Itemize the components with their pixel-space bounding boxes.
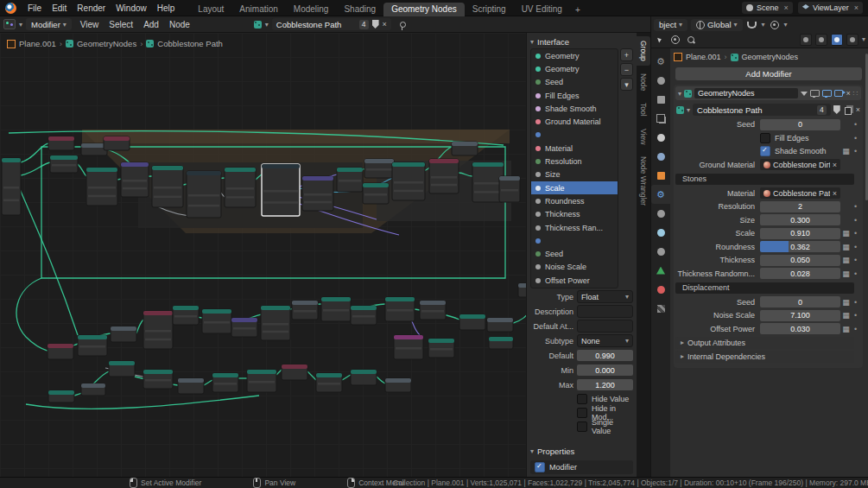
graph-node[interactable] (212, 373, 238, 392)
interface-socket-list[interactable]: GeometryGeometrySeedFill EdgesShade Smoo… (530, 48, 618, 288)
menu-window[interactable]: Window (111, 3, 152, 13)
properties-tab-tool[interactable]: ⚙ (651, 52, 670, 71)
graph-node[interactable] (48, 136, 74, 150)
collapsed-panel-output-attributes[interactable]: ▸Output Attributes (675, 337, 854, 349)
checkbox[interactable] (577, 394, 587, 404)
properties-tab-constraints[interactable] (651, 242, 670, 261)
display-editmode-icon[interactable] (810, 90, 820, 97)
subpanel-heading-displacement[interactable]: Displacement (675, 282, 854, 294)
graph-node[interactable] (337, 168, 363, 192)
value-field[interactable]: 0.910 (760, 228, 840, 239)
modifier-checkbox[interactable] (535, 462, 545, 472)
proportional-editing-icon[interactable] (769, 19, 781, 30)
checkbox-row-single-value[interactable]: Single Value (577, 421, 633, 433)
unlink-material-icon[interactable]: × (833, 161, 837, 169)
interface-socket-item-geometry[interactable]: Geometry (531, 49, 618, 62)
value-field[interactable]: 0 (760, 119, 840, 130)
properties-section-header[interactable]: ▾ Properties (530, 445, 633, 458)
graph-node[interactable] (282, 364, 307, 380)
animate-dot-icon[interactable]: • (852, 298, 859, 307)
collapsed-panel-internal-dependencies[interactable]: ▸Internal Dependencies (675, 351, 854, 363)
add-modifier-button[interactable]: Add Modifier (675, 67, 862, 80)
animate-dot-icon[interactable]: • (852, 216, 859, 225)
graph-node[interactable] (178, 378, 204, 394)
graph-node[interactable] (111, 326, 136, 342)
material-field[interactable]: Cobblestone Path...× (760, 187, 840, 199)
graph-node[interactable] (173, 306, 199, 325)
scene-selector[interactable]: Scene × (742, 2, 793, 14)
properties-tab-physics[interactable] (651, 223, 670, 242)
graph-node[interactable] (48, 390, 74, 402)
unlink-scene-button[interactable]: × (782, 3, 789, 12)
properties-tab-modifiers[interactable]: ⚙ (651, 185, 670, 204)
graph-node[interactable] (104, 136, 130, 150)
properties-tab-view-layer[interactable] (651, 109, 670, 128)
expand-caret-icon[interactable]: ▾ (678, 90, 681, 98)
attribute-toggle-icon[interactable]: ▦ (840, 256, 852, 264)
interface-socket-item-thickness-ran[interactable]: Thickness Ran... (531, 221, 618, 234)
graph-node[interactable] (364, 159, 394, 178)
menu-render[interactable]: Render (72, 3, 111, 13)
graph-node[interactable] (351, 370, 377, 385)
graph-node[interactable] (109, 361, 135, 377)
sidebar-tab-node-wrangler[interactable]: Node Wrangler (637, 152, 650, 210)
interface-socket-item-resolution[interactable]: Resolution (531, 155, 618, 168)
node-tree-mode-dropdown[interactable]: Modifier ▾ (26, 18, 72, 30)
animate-dot-icon[interactable]: • (852, 269, 859, 278)
checkbox[interactable] (760, 133, 770, 143)
sidebar-tab-view[interactable]: View (637, 124, 650, 149)
breadcrumb-item[interactable]: GeometryNodes (742, 53, 799, 61)
animate-dot-icon[interactable]: • (852, 202, 859, 211)
checkbox-row-hide-value[interactable]: Hide Value (577, 393, 633, 405)
default-attribute-field[interactable] (577, 320, 633, 333)
interface-socket-item-shade-smooth[interactable]: Shade Smooth (531, 102, 618, 115)
graph-node[interactable] (489, 337, 513, 349)
checkbox[interactable] (577, 421, 587, 432)
socket-specials-menu-button[interactable]: ▾ (620, 78, 633, 91)
material-field[interactable]: Cobblestone Dirt× (760, 159, 840, 170)
attribute-toggle-icon[interactable]: ▦ (840, 147, 852, 155)
unlink-material-icon[interactable]: × (833, 189, 837, 198)
modifier-panel-header[interactable]: ▾ GeometryNodes × ⸬ (675, 86, 861, 100)
modifier-name-field[interactable]: GeometryNodes (694, 88, 798, 98)
properties-tab-material[interactable] (651, 280, 670, 299)
value-field[interactable]: 0.300 (760, 214, 840, 225)
snap-options-caret-icon[interactable]: ▾ (762, 21, 765, 29)
animate-dot-icon[interactable]: • (852, 311, 859, 320)
interface-socket-item-offset-power[interactable]: Offset Power (531, 274, 618, 287)
type-dropdown[interactable]: Float ▾ (577, 290, 633, 303)
graph-node[interactable] (385, 378, 411, 392)
checkbox-row-hide-in-mod[interactable]: Hide in Mod... (577, 407, 633, 419)
users-count-badge[interactable]: 4 (359, 20, 369, 29)
attribute-toggle-icon[interactable]: ▦ (840, 298, 852, 307)
node-tree-selector[interactable]: Cobblestone Path 4 (693, 104, 831, 116)
workspace-tab-modeling[interactable]: Modeling (286, 3, 337, 16)
graph-node[interactable] (231, 318, 257, 337)
interface-socket-item-separator[interactable] (531, 129, 618, 142)
interface-socket-item-material[interactable]: Material (531, 142, 618, 155)
menu-add[interactable]: Add (138, 20, 164, 29)
attribute-toggle-icon[interactable]: ▦ (840, 311, 852, 320)
animate-dot-icon[interactable]: • (852, 243, 859, 251)
shading-wireframe-icon[interactable] (800, 34, 812, 46)
graph-node[interactable] (2, 158, 21, 215)
display-render-icon[interactable] (834, 90, 843, 97)
add-socket-button[interactable]: + (620, 48, 633, 61)
value-field[interactable]: 0.362 (760, 241, 840, 252)
graph-node[interactable] (262, 164, 300, 216)
interface-socket-item-size[interactable]: Size (531, 168, 618, 181)
attribute-toggle-icon[interactable]: ▦ (840, 229, 852, 238)
graph-node[interactable] (121, 162, 149, 197)
graph-node[interactable] (452, 142, 478, 155)
node-tree-selector[interactable]: Cobblestone Path 4 × (272, 18, 391, 30)
select-cursor-icon[interactable] (654, 34, 666, 45)
graph-node[interactable] (392, 162, 425, 200)
editor-type-icon[interactable] (3, 19, 16, 29)
unlink-tree-icon[interactable]: × (856, 105, 860, 114)
interface-socket-item-fill-edges[interactable]: Fill Edges (531, 89, 618, 102)
filter-funnel-icon[interactable] (801, 92, 808, 96)
sidebar-tab-node[interactable]: Node (637, 69, 650, 95)
animate-dot-icon[interactable]: • (852, 120, 859, 129)
properties-tab-object-data[interactable] (651, 261, 670, 280)
sidebar-tab-group[interactable]: Group (637, 36, 650, 66)
